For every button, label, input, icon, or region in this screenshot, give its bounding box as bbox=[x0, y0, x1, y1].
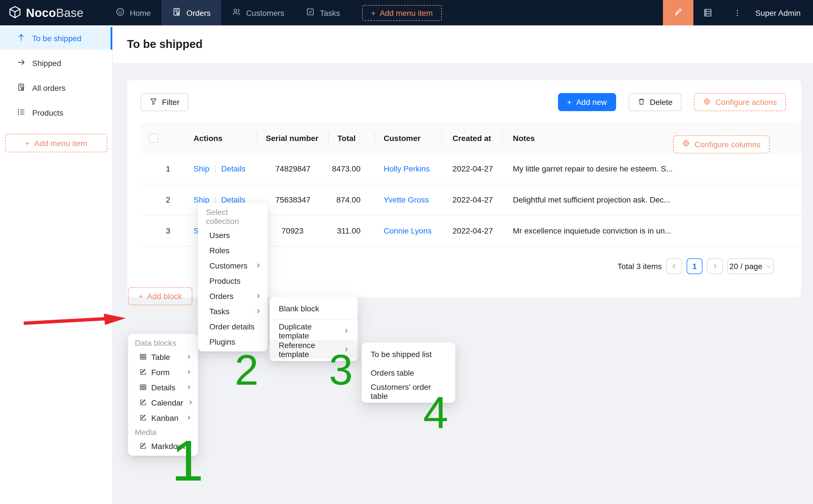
filter-button[interactable]: Filter bbox=[140, 93, 188, 111]
add-menu-item-label: Add menu item bbox=[34, 138, 87, 148]
sidebar-add-menu-item-button[interactable]: + Add menu item bbox=[5, 134, 107, 152]
configure-actions-label: Configure actions bbox=[715, 98, 777, 107]
serial-cell: 74829847 bbox=[257, 164, 329, 173]
nav-label: Home bbox=[130, 8, 151, 17]
menu-item-to-be-shipped-list[interactable]: To be shipped list bbox=[362, 345, 455, 363]
navbar-right: Super Admin bbox=[663, 0, 813, 25]
index-column-header bbox=[166, 122, 186, 153]
column-header-created[interactable]: Created at bbox=[442, 122, 503, 153]
total-cell: 311.00 bbox=[329, 226, 375, 235]
sidebar: To be shipped Shipped All orders Product… bbox=[0, 25, 113, 504]
pagination-next-button[interactable] bbox=[707, 258, 723, 274]
nav-item-home[interactable]: Home bbox=[105, 0, 162, 25]
pagination-page-1[interactable]: 1 bbox=[687, 258, 702, 274]
configure-columns-button[interactable]: Configure columns bbox=[673, 135, 770, 153]
delete-button[interactable]: Delete bbox=[628, 93, 682, 111]
gear-icon bbox=[682, 139, 690, 149]
pagination-prev-button[interactable] bbox=[666, 258, 682, 274]
nav-item-tasks[interactable]: Tasks bbox=[295, 0, 351, 25]
page-size-select[interactable]: 20 / page bbox=[727, 258, 774, 274]
menu-item-duplicate-template[interactable]: Duplicate template bbox=[270, 322, 358, 340]
kebab-menu-icon[interactable] bbox=[723, 0, 752, 25]
menu-item-table[interactable]: Table bbox=[130, 349, 196, 364]
menu-item-form[interactable]: Form bbox=[130, 364, 196, 380]
menu-item-kanban[interactable]: Kanban bbox=[130, 410, 196, 425]
list-icon bbox=[17, 108, 25, 118]
menu-item-details[interactable]: Details bbox=[130, 380, 196, 395]
sidebar-item-to-be-shipped[interactable]: To be shipped bbox=[0, 27, 112, 50]
add-block-button[interactable]: + Add block bbox=[128, 287, 192, 305]
plus-icon: + bbox=[139, 292, 143, 301]
highlighter-icon bbox=[673, 7, 683, 19]
sidebar-item-products[interactable]: Products bbox=[0, 102, 112, 124]
check-square-icon bbox=[306, 7, 315, 18]
add-block-label: Add block bbox=[147, 292, 182, 301]
menu-item-users[interactable]: Users bbox=[200, 227, 265, 243]
nav-item-orders[interactable]: Orders bbox=[162, 0, 221, 25]
annotation-step-1: 1 bbox=[172, 432, 203, 490]
menu-item-blank-block[interactable]: Blank block bbox=[270, 299, 358, 318]
top-navbar: NocoBase Home Orders Customers Tasks bbox=[0, 0, 813, 25]
nav-item-customers[interactable]: Customers bbox=[221, 0, 295, 25]
plus-icon: + bbox=[25, 138, 30, 148]
sidebar-item-all-orders[interactable]: All orders bbox=[0, 77, 112, 99]
pagination-total: Total 3 items bbox=[618, 262, 662, 271]
column-header-customer[interactable]: Customer bbox=[375, 122, 442, 153]
menu-item-calendar[interactable]: Calendar bbox=[130, 395, 196, 410]
menu-item-orders-table[interactable]: Orders table bbox=[362, 363, 455, 382]
menu-item-order-details[interactable]: Order details bbox=[200, 319, 265, 334]
nav-label: Orders bbox=[186, 8, 211, 17]
table-toolbar: Filter + Add new Delete Con bbox=[127, 80, 801, 111]
ui-editor-button[interactable] bbox=[663, 0, 693, 25]
customer-link[interactable]: Holly Perkins bbox=[384, 164, 430, 173]
ship-link[interactable]: Ship bbox=[194, 164, 209, 173]
chevron-right-icon bbox=[186, 369, 191, 375]
collections-manager-icon[interactable] bbox=[693, 0, 723, 25]
nav-label: Customers bbox=[246, 8, 284, 17]
menu-item-products[interactable]: Products bbox=[200, 273, 265, 288]
plus-icon: + bbox=[371, 8, 375, 17]
menu-item-roles[interactable]: Roles bbox=[200, 243, 265, 258]
menu-item-tasks[interactable]: Tasks bbox=[200, 303, 265, 319]
page-header: To be shipped bbox=[113, 25, 813, 63]
row-index: 2 bbox=[166, 195, 186, 204]
sidebar-item-shipped[interactable]: Shipped bbox=[0, 52, 112, 74]
menu-divider bbox=[270, 319, 358, 320]
select-all-checkbox[interactable] bbox=[149, 133, 158, 142]
configure-actions-button[interactable]: Configure actions bbox=[694, 93, 786, 111]
menu-group-label: Select collection bbox=[200, 205, 265, 227]
people-icon bbox=[232, 7, 241, 18]
delete-label: Delete bbox=[650, 98, 673, 107]
column-header-actions[interactable]: Actions bbox=[186, 122, 257, 153]
gear-icon bbox=[703, 97, 711, 107]
add-menu-item-label: Add menu item bbox=[380, 8, 433, 17]
row-index: 3 bbox=[166, 226, 186, 235]
red-arrow-annotation bbox=[24, 311, 126, 327]
chevron-right-icon bbox=[186, 354, 191, 359]
customer-link[interactable]: Connie Lyons bbox=[384, 226, 432, 235]
chevron-right-icon bbox=[256, 293, 261, 298]
cube-logo-icon bbox=[8, 5, 22, 21]
column-header-total[interactable]: Total bbox=[329, 122, 375, 153]
current-user[interactable]: Super Admin bbox=[752, 8, 813, 17]
details-link[interactable]: Details bbox=[221, 164, 245, 173]
select-collection-menu: Select collection Users Roles Customers … bbox=[198, 203, 267, 351]
created-cell: 2022-04-27 bbox=[442, 195, 503, 204]
menu-item-orders[interactable]: Orders bbox=[200, 288, 265, 303]
form-icon bbox=[139, 368, 147, 376]
filter-label: Filter bbox=[162, 98, 179, 107]
annotation-step-3: 3 bbox=[329, 349, 353, 391]
menu-group-label: Data blocks bbox=[130, 336, 196, 349]
configure-columns-label: Configure columns bbox=[695, 140, 761, 149]
chevron-right-icon bbox=[256, 309, 261, 314]
menu-item-customers[interactable]: Customers bbox=[200, 258, 265, 273]
column-header-serial[interactable]: Serial number bbox=[257, 122, 329, 153]
navbar-add-menu-item-button[interactable]: + Add menu item bbox=[362, 5, 442, 21]
total-cell: 8473.00 bbox=[329, 164, 375, 173]
nocobase-logo[interactable]: NocoBase bbox=[0, 5, 93, 21]
order-file-icon bbox=[172, 7, 181, 18]
customer-link[interactable]: Yvette Gross bbox=[384, 195, 429, 204]
action-divider bbox=[215, 196, 216, 204]
total-cell: 874.00 bbox=[329, 195, 375, 204]
add-new-button[interactable]: + Add new bbox=[558, 93, 616, 111]
